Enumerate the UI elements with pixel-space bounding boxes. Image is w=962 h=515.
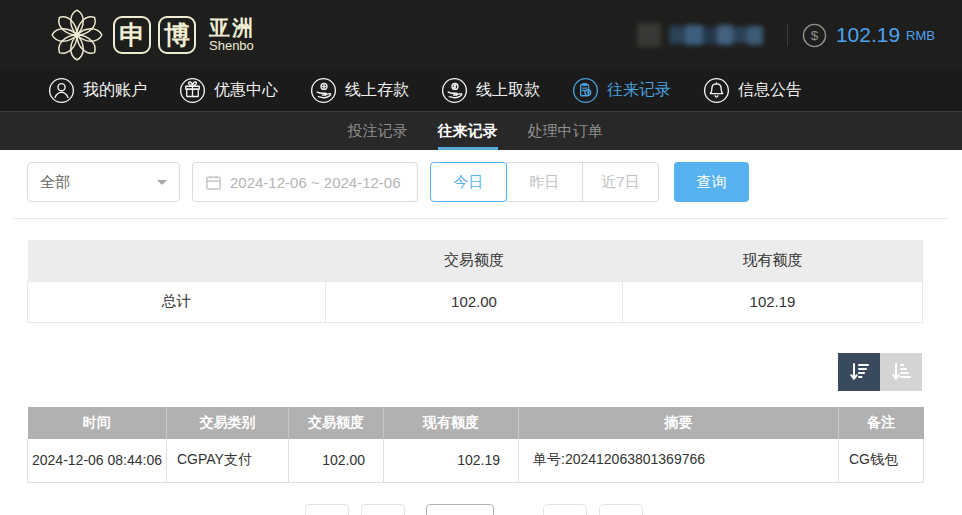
col-header-remark: 备注 bbox=[839, 407, 924, 439]
pagination-first-button[interactable] bbox=[305, 504, 349, 515]
logo-char-2: 博 bbox=[158, 16, 196, 54]
flower-logo-icon bbox=[48, 6, 106, 64]
type-select[interactable]: 全部 bbox=[27, 162, 180, 202]
deposit-hand-coin-icon bbox=[310, 77, 337, 104]
last7days-button[interactable]: 近7日 bbox=[582, 162, 659, 202]
table-row: 2024-12-06 08:44:06 CGPAY支付 102.00 102.1… bbox=[28, 439, 924, 483]
pagination bbox=[27, 504, 935, 515]
gift-icon bbox=[179, 77, 206, 104]
pagination-page-indicator[interactable] bbox=[426, 504, 494, 515]
top-header: 申 博 亚洲 Shenbo $ 102.19 RMB bbox=[0, 0, 962, 70]
nav-item-promotions[interactable]: 优惠中心 bbox=[179, 77, 278, 104]
subnav-tabs: 投注记录 往来记录 处理中订单 bbox=[0, 112, 962, 150]
sort-ascending-button[interactable] bbox=[880, 353, 922, 391]
pagination-next-button[interactable] bbox=[543, 504, 587, 515]
sort-amount-desc-icon bbox=[848, 361, 870, 383]
summary-header-row: 交易额度 现有额度 bbox=[28, 240, 923, 281]
nav-item-transaction-records[interactable]: 往来记录 bbox=[572, 77, 671, 104]
col-header-type: 交易类别 bbox=[167, 407, 289, 439]
content-area: 全部 2024-12-06 ~ 2024-12-06 今日 昨日 近7日 查询 … bbox=[0, 150, 962, 515]
nav-label: 线上存款 bbox=[345, 80, 409, 101]
balance-display[interactable]: $ 102.19 RMB bbox=[802, 23, 935, 48]
records-table: 时间 交易类别 交易额度 现有额度 摘要 备注 2024-12-06 08:44… bbox=[27, 407, 924, 484]
logo-char-1: 申 bbox=[113, 16, 151, 54]
type-select-value: 全部 bbox=[40, 173, 70, 192]
sort-controls bbox=[27, 353, 922, 391]
header-separator bbox=[787, 24, 788, 46]
cell-summary: 单号:202412063801369766 bbox=[519, 439, 839, 483]
calendar-icon bbox=[205, 174, 222, 191]
nav-label: 信息公告 bbox=[738, 80, 802, 101]
summary-header-empty bbox=[28, 240, 326, 281]
nav-label: 线上取款 bbox=[476, 80, 540, 101]
main-nav: 我的账户 优惠中心 线上存款 线上取款 bbox=[0, 70, 962, 112]
quick-date-buttons: 今日 昨日 近7日 bbox=[430, 162, 659, 202]
logo-region-zh: 亚洲 bbox=[209, 17, 255, 39]
cell-remark: CG钱包 bbox=[839, 439, 924, 483]
cell-amount: 102.00 bbox=[289, 439, 384, 483]
tab-processing-orders[interactable]: 处理中订单 bbox=[528, 112, 603, 150]
summary-header-transaction: 交易额度 bbox=[326, 240, 623, 281]
cell-type: CGPAY支付 bbox=[167, 439, 289, 483]
records-clipboard-icon bbox=[572, 77, 599, 104]
logo-region: 亚洲 Shenbo bbox=[209, 17, 255, 53]
col-header-balance: 现有额度 bbox=[384, 407, 519, 439]
user-icon bbox=[48, 77, 75, 104]
username-redacted bbox=[637, 23, 763, 47]
summary-table: 交易额度 现有额度 总计 102.00 102.19 bbox=[27, 240, 923, 323]
svg-text:$: $ bbox=[811, 28, 819, 43]
date-range-value: 2024-12-06 ~ 2024-12-06 bbox=[230, 174, 401, 191]
withdraw-hand-coin-icon bbox=[441, 77, 468, 104]
nav-label: 优惠中心 bbox=[214, 80, 278, 101]
logo-subtitle: Shenbo bbox=[209, 39, 255, 53]
nav-item-announcements[interactable]: 信息公告 bbox=[703, 77, 802, 104]
today-button[interactable]: 今日 bbox=[430, 162, 507, 202]
nav-label: 我的账户 bbox=[83, 80, 147, 101]
yesterday-button[interactable]: 昨日 bbox=[506, 162, 583, 202]
nav-label: 往来记录 bbox=[607, 80, 671, 101]
pagination-prev-button[interactable] bbox=[361, 504, 405, 515]
search-button[interactable]: 查询 bbox=[674, 162, 749, 202]
sort-amount-asc-icon bbox=[890, 361, 912, 383]
cell-time: 2024-12-06 08:44:06 bbox=[28, 439, 167, 483]
records-header-row: 时间 交易类别 交易额度 现有额度 摘要 备注 bbox=[28, 407, 924, 439]
summary-total-label: 总计 bbox=[28, 281, 326, 322]
col-header-summary: 摘要 bbox=[519, 407, 839, 439]
nav-item-deposit[interactable]: 线上存款 bbox=[310, 77, 409, 104]
summary-total-balance: 102.19 bbox=[623, 281, 923, 322]
cell-balance: 102.19 bbox=[384, 439, 519, 483]
pagination-last-button[interactable] bbox=[599, 504, 643, 515]
filter-row: 全部 2024-12-06 ~ 2024-12-06 今日 昨日 近7日 查询 bbox=[27, 162, 935, 202]
section-divider bbox=[13, 218, 949, 219]
date-range-input[interactable]: 2024-12-06 ~ 2024-12-06 bbox=[192, 162, 418, 202]
chevron-down-icon bbox=[157, 180, 167, 190]
tab-betting-records[interactable]: 投注记录 bbox=[348, 112, 408, 150]
tab-transaction-records[interactable]: 往来记录 bbox=[438, 112, 498, 150]
nav-item-withdraw[interactable]: 线上取款 bbox=[441, 77, 540, 104]
col-header-amount: 交易额度 bbox=[289, 407, 384, 439]
bell-icon bbox=[703, 77, 730, 104]
sort-descending-button[interactable] bbox=[838, 353, 880, 391]
brand-logo: 申 博 亚洲 Shenbo bbox=[48, 6, 255, 64]
nav-item-my-account[interactable]: 我的账户 bbox=[48, 77, 147, 104]
dollar-circle-icon: $ bbox=[802, 23, 827, 48]
summary-total-transaction: 102.00 bbox=[326, 281, 623, 322]
col-header-time: 时间 bbox=[28, 407, 167, 439]
balance-amount: 102.19 bbox=[836, 23, 900, 47]
summary-header-balance: 现有额度 bbox=[623, 240, 923, 281]
summary-total-row: 总计 102.00 102.19 bbox=[28, 281, 923, 322]
balance-currency: RMB bbox=[906, 28, 935, 43]
